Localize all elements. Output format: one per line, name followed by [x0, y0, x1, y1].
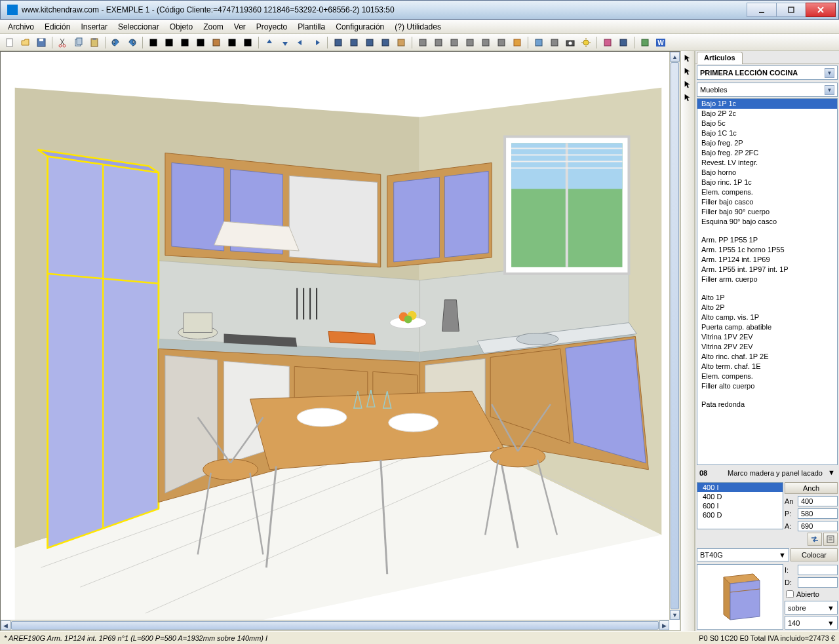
article-item[interactable]: Puerta camp. abatible: [697, 322, 837, 332]
input-i[interactable]: [798, 565, 838, 575]
menu-ver[interactable]: Ver: [229, 21, 251, 33]
article-item[interactable]: [697, 284, 837, 293]
article-item[interactable]: Vitrina 2PV 2EV: [697, 342, 837, 352]
position-dropdown[interactable]: sobre ▼: [785, 601, 838, 615]
menu-edicin[interactable]: Edición: [39, 21, 75, 33]
maximize-button[interactable]: [776, 3, 806, 17]
measure-icon[interactable]: [616, 35, 631, 50]
up-icon[interactable]: [262, 35, 277, 50]
vscroll-thumb[interactable]: [671, 62, 679, 609]
area-icon[interactable]: [241, 35, 255, 50]
menu-plantilla[interactable]: Plantilla: [292, 21, 330, 33]
input-an[interactable]: 400: [798, 496, 838, 506]
menu-archivo[interactable]: Archivo: [3, 21, 39, 33]
chevron-down-icon[interactable]: ▼: [828, 468, 838, 478]
article-item[interactable]: Arm. PP 1P55 1P: [697, 235, 837, 245]
save-icon[interactable]: [34, 35, 49, 50]
gen-icon[interactable]: [638, 35, 652, 50]
size-item[interactable]: 600 D: [697, 510, 783, 520]
article-item[interactable]: Elem. compens.: [697, 187, 837, 197]
article-item[interactable]: Alto camp. vis. 1P: [697, 313, 837, 322]
close-button[interactable]: [806, 3, 836, 17]
menu-zoom[interactable]: Zoom: [198, 21, 229, 33]
article-item[interactable]: Bajo freg. 2P: [697, 138, 837, 148]
article-item[interactable]: Alto 2P: [697, 303, 837, 313]
list-button[interactable]: [823, 533, 838, 546]
catalog-dropdown[interactable]: PRIMERA LECCIÓN COCINA ▼: [697, 66, 838, 80]
dim-icon[interactable]: [162, 35, 176, 50]
zoomwin-icon[interactable]: [347, 35, 361, 50]
article-item[interactable]: Bajo 5c: [697, 119, 837, 128]
scroll-left-icon[interactable]: ◀: [1, 620, 10, 630]
props-icon[interactable]: [547, 35, 562, 50]
article-item[interactable]: [697, 391, 837, 400]
cut-icon[interactable]: [56, 35, 70, 50]
article-item[interactable]: Bajo 1C 1c: [697, 128, 837, 138]
open-icon[interactable]: [18, 35, 33, 50]
article-list[interactable]: Bajo 1P 1cBajo 2P 2cBajo 5cBajo 1C 1cBaj…: [697, 98, 838, 465]
undo-icon[interactable]: [109, 35, 123, 50]
copy-icon[interactable]: [71, 35, 86, 50]
article-item[interactable]: Revest. LV integr.: [697, 158, 837, 168]
left-icon[interactable]: [294, 35, 308, 50]
view-persp-icon[interactable]: [463, 35, 477, 50]
vertical-scrollbar[interactable]: ▲ ▼: [669, 52, 680, 620]
new-icon[interactable]: [3, 35, 17, 50]
height-dropdown[interactable]: 140 ▼: [785, 616, 838, 630]
pan-icon[interactable]: [394, 35, 408, 50]
menu-configuracin[interactable]: Configuración: [330, 21, 389, 33]
view-iso-icon[interactable]: [431, 35, 446, 50]
down-icon[interactable]: [278, 35, 292, 50]
view-wire-icon[interactable]: [478, 35, 493, 50]
swap-button[interactable]: [808, 533, 822, 546]
article-item[interactable]: Alto term. chaf. 1E: [697, 362, 837, 371]
redo-icon[interactable]: [125, 35, 139, 50]
article-item[interactable]: Arm. 1P55 1c horno 1P55: [697, 245, 837, 255]
input-a[interactable]: 690: [798, 521, 838, 531]
anch-button[interactable]: Anch: [785, 482, 838, 494]
dim2-icon[interactable]: [178, 35, 192, 50]
size-item[interactable]: 400 D: [697, 492, 783, 501]
article-item[interactable]: Alto rinc. chaf. 1P 2E: [697, 352, 837, 362]
article-item[interactable]: Bajo 1P 1c: [697, 99, 837, 109]
article-item[interactable]: Filler alto cuerpo: [697, 381, 837, 391]
menu-utilidades[interactable]: (?) Utilidades: [389, 21, 446, 33]
article-item[interactable]: Bajo freg. 2P 2FC: [697, 148, 837, 158]
zoomout-icon[interactable]: [378, 35, 393, 50]
wall-icon[interactable]: [209, 35, 224, 50]
article-item[interactable]: Arm. 1P55 int. 1P97 int. 1P: [697, 265, 837, 275]
magic-icon[interactable]: [600, 35, 615, 50]
article-item[interactable]: Bajo rinc. 1P 1c: [697, 178, 837, 187]
size-item[interactable]: 600 I: [697, 501, 783, 510]
select-icon[interactable]: [682, 66, 693, 77]
reference-dropdown[interactable]: BT40G ▼: [697, 548, 789, 561]
article-item[interactable]: Filler bajo 90° cuerpo: [697, 207, 837, 217]
snap-icon[interactable]: [682, 92, 693, 104]
text-icon[interactable]: [225, 35, 239, 50]
word-icon[interactable]: W: [654, 35, 668, 50]
minimize-button[interactable]: [747, 3, 777, 17]
size-item[interactable]: 400 I: [697, 483, 783, 492]
input-d[interactable]: [798, 577, 838, 588]
menu-objeto[interactable]: Objeto: [165, 21, 198, 33]
article-item[interactable]: Bajo horno: [697, 168, 837, 178]
article-item[interactable]: Alto 1P: [697, 293, 837, 303]
article-item[interactable]: Filler bajo casco: [697, 197, 837, 207]
view-top-icon[interactable]: [416, 35, 430, 50]
light-icon[interactable]: [579, 35, 593, 50]
category-dropdown[interactable]: Muebles ▼: [697, 83, 838, 97]
colocar-button[interactable]: Colocar: [790, 548, 838, 561]
camera-icon[interactable]: [563, 35, 577, 50]
scroll-down-icon[interactable]: ▼: [670, 610, 680, 620]
article-item[interactable]: Arm. 1P124 int. 1P69: [697, 255, 837, 265]
menu-insertar[interactable]: Insertar: [75, 21, 113, 33]
menu-proyecto[interactable]: Proyecto: [251, 21, 292, 33]
zoomext-icon[interactable]: [331, 35, 345, 50]
scroll-up-icon[interactable]: ▲: [670, 52, 680, 62]
view-elev-icon[interactable]: [447, 35, 461, 50]
input-p[interactable]: 580: [798, 508, 838, 519]
hscroll-thumb[interactable]: [11, 621, 659, 630]
article-item[interactable]: Elem. compens.: [697, 371, 837, 381]
right-icon[interactable]: [309, 35, 324, 50]
viewport-3d[interactable]: ▲ ▼ ◀ ▶: [0, 51, 680, 631]
